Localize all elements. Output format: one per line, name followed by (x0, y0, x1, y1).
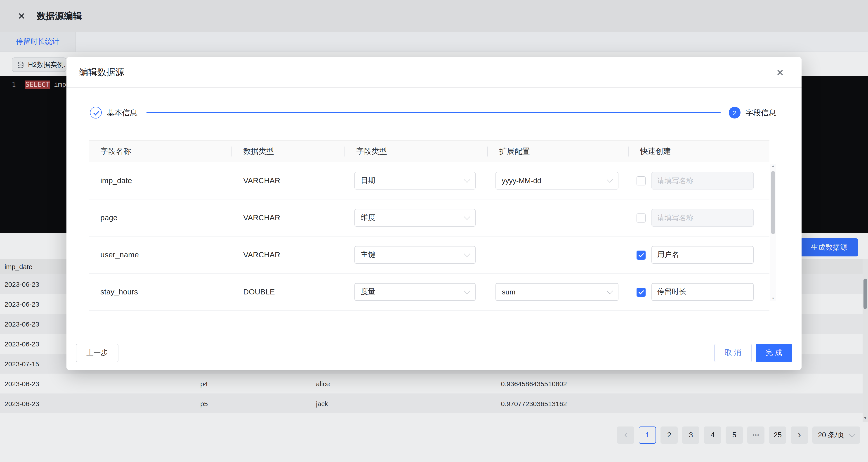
col-data-type: 数据类型 (231, 141, 344, 162)
quick-create-checkbox[interactable] (637, 213, 646, 222)
field-type-select[interactable]: 度量 (354, 283, 475, 301)
field-type-value: 日期 (361, 176, 375, 185)
data-type: VARCHAR (231, 176, 280, 185)
quick-name-input[interactable] (651, 172, 754, 189)
scroll-down-icon[interactable]: ▼ (772, 296, 775, 301)
field-row: page VARCHAR 维度 (89, 199, 770, 237)
chevron-down-icon (607, 176, 613, 183)
col-field-type: 字段类型 (344, 141, 487, 162)
ext-config-select[interactable]: yyyy-MM-dd (495, 172, 618, 189)
app-window: × 数据源编辑 停留时长统计 H2数据实例... 1 SELECT imp 生成… (0, 0, 868, 462)
cancel-button[interactable]: 取 消 (714, 344, 752, 362)
modal-close-icon[interactable]: × (777, 66, 783, 78)
field-row: stay_hours DOUBLE 度量 sum (89, 274, 770, 311)
field-row: imp_date VARCHAR 日期 yyyy-MM-dd (89, 162, 770, 199)
quick-name-input[interactable] (651, 246, 754, 264)
ext-config-select[interactable]: sum (495, 283, 618, 301)
step-connector-line (147, 112, 721, 113)
quick-create-checkbox[interactable] (637, 176, 646, 185)
chevron-down-icon (607, 288, 613, 294)
data-type: VARCHAR (231, 213, 280, 222)
fields-table: 字段名称 数据类型 字段类型 扩展配置 快速创建 imp_date VARCHA… (89, 140, 770, 311)
ext-config-value: sum (502, 288, 515, 296)
field-name: page (89, 213, 118, 222)
scrollbar-thumb[interactable] (771, 171, 775, 234)
data-type: VARCHAR (231, 250, 280, 259)
field-name: stay_hours (89, 287, 138, 297)
quick-name-input[interactable] (651, 209, 754, 226)
chevron-down-icon (464, 213, 470, 220)
field-type-select[interactable]: 维度 (354, 209, 475, 226)
chevron-down-icon (464, 288, 470, 294)
modal-title: 编辑数据源 (79, 66, 124, 78)
modal-footer: 上一步 取 消 完 成 (76, 344, 792, 362)
step1-label: 基本信息 (107, 107, 137, 118)
fields-table-header: 字段名称 数据类型 字段类型 扩展配置 快速创建 (89, 140, 770, 162)
field-type-value: 主键 (361, 250, 375, 259)
col-quick-create: 快速创建 (628, 141, 770, 162)
previous-step-button[interactable]: 上一步 (76, 344, 119, 362)
field-type-value: 度量 (361, 287, 375, 297)
field-type-select[interactable]: 日期 (354, 172, 475, 189)
scroll-up-icon[interactable]: ▲ (772, 164, 775, 168)
chevron-down-icon (464, 251, 470, 257)
step2-label: 字段信息 (745, 107, 776, 118)
edit-datasource-modal: 编辑数据源 × 基本信息 2 字段信息 字段名称 数据类型 字段类型 扩展配置 … (66, 57, 802, 370)
step1-check-icon (90, 107, 102, 119)
quick-create-checkbox[interactable] (637, 250, 646, 259)
field-name: user_name (89, 250, 139, 259)
steps-indicator: 基本信息 2 字段信息 (90, 100, 776, 125)
field-row: user_name VARCHAR 主键 (89, 237, 770, 274)
step2-badge: 2 (729, 107, 741, 119)
data-type: DOUBLE (231, 287, 275, 297)
fields-table-body: imp_date VARCHAR 日期 yyyy-MM-dd page VARC… (89, 162, 770, 311)
quick-name-input[interactable] (651, 283, 754, 301)
chevron-down-icon (464, 176, 470, 183)
quick-create-checkbox[interactable] (637, 287, 646, 297)
field-type-select[interactable]: 主键 (354, 246, 475, 264)
col-ext-config: 扩展配置 (487, 141, 628, 162)
footer-actions: 取 消 完 成 (714, 344, 792, 362)
ext-config-value: yyyy-MM-dd (502, 177, 541, 185)
field-type-value: 维度 (361, 213, 375, 222)
modal-header: 编辑数据源 × (66, 57, 802, 88)
col-field-name: 字段名称 (89, 141, 231, 162)
field-name: imp_date (89, 176, 132, 185)
fields-table-scrollbar[interactable]: ▲ ▼ (770, 164, 776, 301)
finish-button[interactable]: 完 成 (756, 344, 792, 362)
